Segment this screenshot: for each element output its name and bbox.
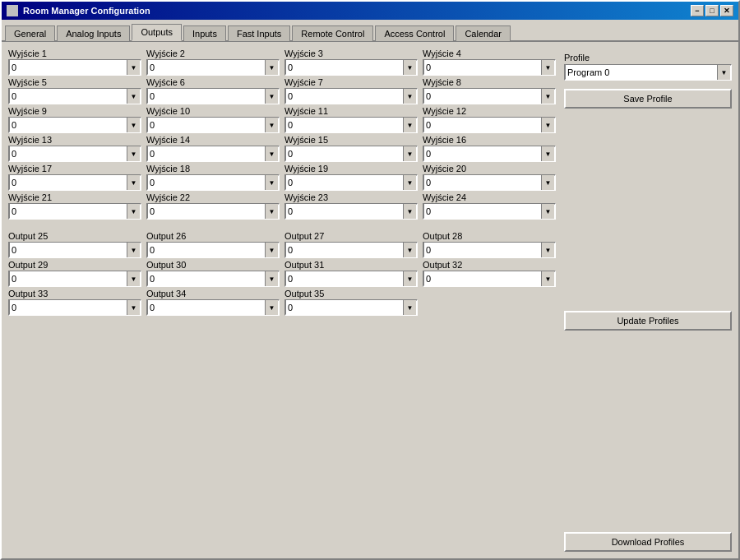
- output-input-34[interactable]: [148, 300, 265, 315]
- save-profile-button[interactable]: Save Profile: [564, 89, 732, 109]
- output-input-18[interactable]: [148, 175, 265, 190]
- output-input-26[interactable]: [148, 243, 265, 257]
- output-input-10[interactable]: [148, 118, 265, 132]
- output-arrow-31[interactable]: ▼: [403, 271, 416, 286]
- tab-fast-inputs[interactable]: Fast Inputs: [228, 25, 290, 41]
- output-input-3[interactable]: [286, 60, 403, 75]
- output-input-27[interactable]: [286, 243, 403, 257]
- output-arrow-27[interactable]: ▼: [403, 243, 416, 257]
- update-profiles-button[interactable]: Update Profiles: [564, 311, 732, 331]
- output-arrow-25[interactable]: ▼: [127, 243, 140, 257]
- tab-analog-inputs[interactable]: Analog Inputs: [57, 25, 130, 41]
- output-select-wrapper-11[interactable]: ▼: [284, 117, 418, 133]
- output-input-8[interactable]: [424, 89, 541, 104]
- output-input-23[interactable]: [286, 204, 403, 219]
- output-arrow-6[interactable]: ▼: [265, 89, 278, 104]
- download-profiles-button[interactable]: Download Profiles: [564, 532, 732, 552]
- output-arrow-17[interactable]: ▼: [127, 175, 140, 190]
- output-arrow-19[interactable]: ▼: [403, 175, 416, 190]
- output-select-wrapper-14[interactable]: ▼: [146, 146, 280, 162]
- output-select-wrapper-32[interactable]: ▼: [423, 271, 556, 287]
- output-input-15[interactable]: [286, 146, 403, 161]
- tab-calendar[interactable]: Calendar: [456, 25, 511, 41]
- profile-dropdown-arrow[interactable]: ▼: [717, 65, 730, 80]
- output-input-11[interactable]: [286, 118, 403, 132]
- output-select-wrapper-22[interactable]: ▼: [146, 203, 280, 220]
- output-select-wrapper-8[interactable]: ▼: [423, 88, 556, 104]
- output-select-wrapper-23[interactable]: ▼: [284, 203, 418, 220]
- profile-select-wrapper[interactable]: ▼: [564, 64, 732, 81]
- output-select-wrapper-10[interactable]: ▼: [146, 117, 280, 133]
- output-select-wrapper-33[interactable]: ▼: [8, 299, 141, 316]
- output-arrow-21[interactable]: ▼: [127, 204, 140, 219]
- output-arrow-7[interactable]: ▼: [403, 89, 416, 104]
- output-input-21[interactable]: [10, 204, 127, 219]
- tab-general[interactable]: General: [5, 25, 55, 41]
- output-arrow-20[interactable]: ▼: [541, 175, 554, 190]
- output-input-4[interactable]: [424, 60, 541, 75]
- output-select-wrapper-7[interactable]: ▼: [284, 88, 418, 104]
- output-input-1[interactable]: [10, 60, 127, 75]
- tab-remote-control[interactable]: Remote Control: [292, 25, 373, 41]
- output-select-wrapper-24[interactable]: ▼: [423, 203, 556, 220]
- output-select-wrapper-17[interactable]: ▼: [8, 174, 141, 191]
- output-arrow-13[interactable]: ▼: [127, 146, 140, 161]
- output-arrow-28[interactable]: ▼: [541, 243, 554, 257]
- tab-access-control[interactable]: Access Control: [375, 25, 454, 41]
- output-input-32[interactable]: [424, 271, 541, 286]
- output-input-9[interactable]: [10, 118, 127, 132]
- output-input-14[interactable]: [148, 146, 265, 161]
- output-arrow-10[interactable]: ▼: [265, 118, 278, 132]
- output-arrow-30[interactable]: ▼: [265, 271, 278, 286]
- output-input-17[interactable]: [10, 175, 127, 190]
- output-arrow-23[interactable]: ▼: [403, 204, 416, 219]
- output-select-wrapper-4[interactable]: ▼: [423, 59, 556, 76]
- output-arrow-2[interactable]: ▼: [265, 60, 278, 75]
- output-select-wrapper-30[interactable]: ▼: [146, 271, 280, 287]
- output-input-31[interactable]: [286, 271, 403, 286]
- output-arrow-29[interactable]: ▼: [127, 271, 140, 286]
- output-select-wrapper-3[interactable]: ▼: [284, 59, 418, 76]
- output-input-22[interactable]: [148, 204, 265, 219]
- output-arrow-15[interactable]: ▼: [403, 146, 416, 161]
- output-arrow-1[interactable]: ▼: [127, 60, 140, 75]
- output-input-28[interactable]: [424, 243, 541, 257]
- output-input-20[interactable]: [424, 175, 541, 190]
- output-input-5[interactable]: [10, 89, 127, 104]
- output-arrow-3[interactable]: ▼: [403, 60, 416, 75]
- output-select-wrapper-15[interactable]: ▼: [284, 146, 418, 162]
- minimize-button[interactable]: −: [691, 5, 704, 16]
- output-select-wrapper-2[interactable]: ▼: [146, 59, 280, 76]
- output-select-wrapper-13[interactable]: ▼: [8, 146, 141, 162]
- output-select-wrapper-27[interactable]: ▼: [284, 242, 418, 258]
- output-select-wrapper-5[interactable]: ▼: [8, 88, 141, 104]
- output-select-wrapper-18[interactable]: ▼: [146, 174, 280, 191]
- output-select-wrapper-12[interactable]: ▼: [423, 117, 556, 133]
- output-select-wrapper-29[interactable]: ▼: [8, 271, 141, 287]
- maximize-button[interactable]: □: [705, 5, 719, 16]
- output-arrow-33[interactable]: ▼: [127, 300, 140, 315]
- output-select-wrapper-19[interactable]: ▼: [284, 174, 418, 191]
- output-input-30[interactable]: [148, 271, 265, 286]
- output-arrow-16[interactable]: ▼: [541, 146, 554, 161]
- output-input-35[interactable]: [286, 300, 403, 315]
- output-input-25[interactable]: [10, 243, 127, 257]
- output-select-wrapper-25[interactable]: ▼: [8, 242, 141, 258]
- tab-outputs[interactable]: Outputs: [132, 24, 182, 41]
- output-input-2[interactable]: [148, 60, 265, 75]
- output-arrow-14[interactable]: ▼: [265, 146, 278, 161]
- tab-inputs[interactable]: Inputs: [183, 25, 226, 41]
- output-input-19[interactable]: [286, 175, 403, 190]
- output-arrow-5[interactable]: ▼: [127, 89, 140, 104]
- output-input-13[interactable]: [10, 146, 127, 161]
- output-input-12[interactable]: [424, 118, 541, 132]
- output-select-wrapper-26[interactable]: ▼: [146, 242, 280, 258]
- output-select-wrapper-34[interactable]: ▼: [146, 299, 280, 316]
- profile-input[interactable]: [566, 65, 717, 80]
- output-arrow-34[interactable]: ▼: [265, 300, 278, 315]
- output-input-24[interactable]: [424, 204, 541, 219]
- output-arrow-32[interactable]: ▼: [541, 271, 554, 286]
- output-arrow-8[interactable]: ▼: [541, 89, 554, 104]
- output-input-33[interactable]: [10, 300, 127, 315]
- output-arrow-11[interactable]: ▼: [403, 118, 416, 132]
